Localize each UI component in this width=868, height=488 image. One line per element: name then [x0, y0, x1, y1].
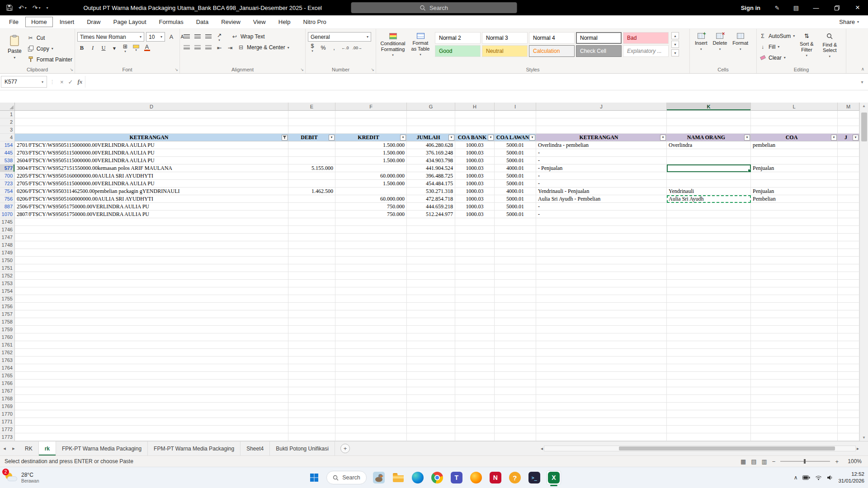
font-dialog-launcher-icon[interactable]: ↘: [175, 67, 178, 72]
cell-L1770[interactable]: [751, 410, 838, 418]
cell-G754[interactable]: 530.271.318: [407, 188, 455, 195]
cell-M1765[interactable]: [838, 372, 859, 380]
cell-K1770[interactable]: [667, 410, 751, 418]
cell-E3[interactable]: [288, 126, 335, 134]
cell-E1755[interactable]: [288, 295, 335, 303]
row-header-1771[interactable]: 1771: [0, 418, 15, 426]
wrap-text-button[interactable]: ↩Wrap Text: [231, 33, 265, 41]
cell-M754[interactable]: [838, 188, 859, 195]
cell-K1755[interactable]: [667, 295, 751, 303]
cell-L1769[interactable]: [751, 403, 838, 410]
font-color-button[interactable]: A: [142, 43, 151, 52]
cell-G1750[interactable]: [407, 257, 455, 264]
cell-E1747[interactable]: [288, 234, 335, 241]
cell-M1752[interactable]: [838, 272, 859, 280]
filter-button-H[interactable]: ▾: [488, 135, 494, 141]
cell-G1770[interactable]: [407, 410, 455, 418]
sheet-tab-2-fpk-pt-warna-media-packaging[interactable]: FPK-PT Warna Media Packaging: [56, 441, 148, 455]
row-header-577[interactable]: 577: [0, 164, 15, 172]
cell-H538[interactable]: 1000.03: [455, 157, 495, 164]
column-header-E[interactable]: E: [288, 103, 335, 111]
cell-K538[interactable]: [667, 157, 751, 164]
cell-E1768[interactable]: [288, 395, 335, 403]
cell-F1768[interactable]: [335, 395, 407, 403]
row-header-1070[interactable]: 1070: [0, 211, 15, 218]
row-header-1745[interactable]: 1745: [0, 218, 15, 226]
cell-L1766[interactable]: [751, 380, 838, 387]
cell-M1754[interactable]: [838, 287, 859, 295]
vertical-scrollbar[interactable]: ▲ ▼: [859, 103, 868, 441]
cell-M1760[interactable]: [838, 333, 859, 341]
row-header-4[interactable]: 4: [0, 134, 15, 141]
cell-I4[interactable]: COA LAWAN▾: [495, 134, 536, 141]
cell-H1761[interactable]: [455, 341, 495, 349]
cell-M4[interactable]: J▾: [838, 134, 859, 141]
cell-I1760[interactable]: [495, 333, 536, 341]
cell-M756[interactable]: [838, 195, 859, 203]
cell-E1762[interactable]: [288, 349, 335, 357]
zoom-in-button[interactable]: +: [835, 458, 839, 465]
row-header-1772[interactable]: 1772: [0, 426, 15, 433]
cell-D1766[interactable]: [15, 380, 288, 387]
ribbon-tab-help[interactable]: Help: [273, 17, 297, 27]
minimize-button[interactable]: —: [806, 0, 826, 15]
cell-G1768[interactable]: [407, 395, 455, 403]
fill-color-button[interactable]: ▾: [132, 43, 141, 52]
cell-M700[interactable]: [838, 172, 859, 180]
ribbon-tab-draw[interactable]: Draw: [81, 17, 106, 27]
cell-G1765[interactable]: [407, 372, 455, 380]
increase-indent-button[interactable]: ⇥: [226, 43, 235, 52]
cell-H1746[interactable]: [455, 226, 495, 234]
enter-icon[interactable]: ✓: [68, 79, 73, 85]
cell-D1758[interactable]: [15, 318, 288, 326]
cell-M445[interactable]: [838, 149, 859, 157]
cell-H1766[interactable]: [455, 380, 495, 387]
cell-L756[interactable]: Pembelian: [751, 195, 838, 203]
cell-F1748[interactable]: [335, 241, 407, 249]
row-header-1760[interactable]: 1760: [0, 333, 15, 341]
view-page-layout-icon[interactable]: ▤: [751, 458, 756, 465]
cell-G1766[interactable]: [407, 380, 455, 387]
cell-I723[interactable]: 5000.01: [495, 180, 536, 188]
cell-K1768[interactable]: [667, 395, 751, 403]
hscroll-right-icon[interactable]: ▸: [857, 446, 859, 451]
bold-button[interactable]: B: [77, 43, 86, 52]
cell-M1756[interactable]: [838, 303, 859, 310]
zoom-slider[interactable]: [780, 461, 830, 462]
format-painter-button[interactable]: Format Painter: [27, 55, 72, 64]
cell-H1756[interactable]: [455, 303, 495, 310]
cell-K3[interactable]: [667, 126, 751, 134]
cell-style-calculation[interactable]: Calculation: [529, 45, 575, 57]
share-button[interactable]: Share▾: [839, 19, 868, 25]
number-format-select[interactable]: General▾: [308, 32, 371, 42]
cell-H445[interactable]: 1000.03: [455, 149, 495, 157]
row-header-1765[interactable]: 1765: [0, 372, 15, 380]
cell-F1767[interactable]: [335, 387, 407, 395]
cell-L577[interactable]: Penjualan: [751, 164, 838, 172]
cell-K1750[interactable]: [667, 257, 751, 264]
cell-H1767[interactable]: [455, 387, 495, 395]
cell-G1760[interactable]: [407, 333, 455, 341]
row-header-754[interactable]: 754: [0, 188, 15, 195]
wifi-icon[interactable]: [815, 475, 822, 480]
cell-J577[interactable]: - Penjualan: [536, 164, 667, 172]
cell-G4[interactable]: JUMLAH▾: [407, 134, 455, 141]
cell-G1749[interactable]: [407, 249, 455, 257]
cell-E1769[interactable]: [288, 403, 335, 410]
cell-D1761[interactable]: [15, 341, 288, 349]
cell-H1768[interactable]: [455, 395, 495, 403]
cell-I1771[interactable]: [495, 418, 536, 426]
cell-H1772[interactable]: [455, 426, 495, 433]
cell-M1763[interactable]: [838, 357, 859, 364]
cell-J1766[interactable]: [536, 380, 667, 387]
sheet-tab-0-rk[interactable]: RK: [19, 441, 39, 455]
close-button[interactable]: ×: [847, 0, 868, 15]
cell-J445[interactable]: -: [536, 149, 667, 157]
cell-G756[interactable]: 472.854.718: [407, 195, 455, 203]
cell-G1761[interactable]: [407, 341, 455, 349]
cell-M1753[interactable]: [838, 280, 859, 287]
taskbar-app-help[interactable]: ?: [508, 470, 522, 485]
cell-M1771[interactable]: [838, 418, 859, 426]
cell-G2[interactable]: [407, 118, 455, 126]
cell-G1764[interactable]: [407, 364, 455, 372]
